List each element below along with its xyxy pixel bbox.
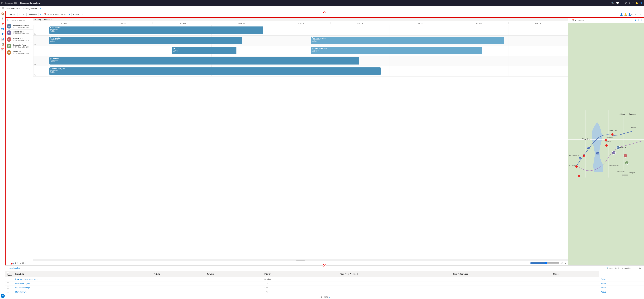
zoom-in-button[interactable]: ⊕ — [634, 19, 636, 22]
select-all-checkbox[interactable] — [7, 272, 9, 274]
settings-icon[interactable]: ⚙ — [628, 2, 630, 4]
next-week-button[interactable]: › — [68, 13, 70, 16]
row-checkbox-cell[interactable] — [5, 277, 14, 282]
resource-item[interactable]: AC Ashley Chinn 7h 28m booked ⊙ 17% — [6, 36, 33, 43]
requirement-name[interactable]: Install HVAC sytem — [14, 282, 152, 286]
sidebar-person-icon[interactable]: 👤 — [1, 32, 4, 36]
resource-prev-button[interactable]: ‹ — [13, 262, 14, 264]
gantt-button[interactable]: ▦ Gantt ▾ — [28, 12, 38, 16]
requirement-name[interactable]: Move furniture — [14, 290, 152, 294]
zoom-slider[interactable] — [530, 262, 559, 264]
hamburger-icon[interactable]: ☰ — [2, 7, 4, 10]
more-icon[interactable]: ··· — [640, 13, 642, 16]
row-checkbox-cell[interactable] — [5, 286, 14, 290]
refresh-icon[interactable]: ↻ — [634, 13, 636, 16]
gantt-event[interactable]: Install HVAC sytem Requirement 7h 16m — [50, 68, 381, 75]
resource-info: Allison Dickson 7h 30m booked ⊙ 17% — [12, 31, 32, 35]
row-checkbox[interactable] — [7, 286, 9, 288]
person-add-icon[interactable]: 👤+ — [628, 13, 632, 16]
row-checkbox-cell[interactable] — [5, 290, 14, 294]
resource-item[interactable]: BF Bernadette Foley 6h 49m booked ⊙ 15% — [6, 43, 33, 49]
map-layers-button[interactable]: ⊙ — [641, 19, 642, 22]
svg-point-21 — [606, 144, 608, 146]
row-checkbox-cell[interactable] — [5, 282, 14, 286]
row-checkbox[interactable] — [7, 282, 9, 284]
time-to-promised — [552, 290, 599, 294]
expand-panel-button[interactable]: ⌄ — [564, 262, 566, 264]
gantt-event[interactable]: Express Requirem 3h 01m — [172, 47, 236, 54]
requirement-name[interactable]: Regrease bearings — [14, 286, 152, 290]
gantt-event[interactable]: Fix antenna Requirement 6h 49m — [50, 57, 359, 64]
map-content[interactable]: Kirkland Redmond Marymoor Union Bay Yarr… — [568, 23, 644, 265]
table-column-header: Name — [5, 271, 14, 277]
date-range-display[interactable]: 📅 10/19/2023 - 10/25/2023 — [43, 13, 67, 16]
event-title: Express — [173, 48, 236, 49]
add-view-button[interactable]: ＋ — [39, 7, 42, 10]
event-time: 4h 27m — [312, 51, 482, 52]
bottom-prev-button[interactable]: ‹ — [319, 296, 320, 298]
resource-item[interactable]: AM Abraham McCormick 4h 22m booked ⊙ 10% — [6, 23, 33, 30]
bottom-search-area: 🔍 ↻ — [605, 267, 642, 270]
map-next-button[interactable]: › — [586, 19, 587, 22]
resource-icon[interactable]: 👤 — [620, 13, 623, 16]
sidebar-pin-icon[interactable]: 📌 — [1, 22, 4, 25]
filters-button[interactable]: ▽ Filters — [7, 12, 16, 16]
resource-list: AM Abraham McCormick 4h 22m booked ⊙ 10%… — [6, 23, 33, 261]
unscheduled-tab[interactable]: Unscheduled — [7, 266, 22, 270]
app-grid-icon[interactable]: ⊞ — [1, 2, 3, 4]
requirement-name[interactable]: Express delivery spare parts — [14, 277, 152, 282]
bottom-next-button[interactable]: › — [329, 296, 330, 298]
hourly-button[interactable]: Hourly ▾ — [18, 12, 27, 16]
user-icon[interactable]: 👤 — [640, 2, 643, 4]
sidebar-clock-icon[interactable]: ⏱ — [2, 18, 4, 20]
sidebar-calendar-icon[interactable]: 📅 — [1, 48, 4, 51]
chat-icon[interactable]: 💬 — [616, 2, 619, 4]
row-checkbox[interactable] — [7, 291, 9, 293]
from-date — [152, 282, 205, 286]
gantt-event[interactable]: Move furniture Requirement 4h 22m — [50, 26, 263, 34]
row-checkbox[interactable] — [7, 278, 9, 280]
sidebar-home-icon[interactable]: 🏠 — [1, 12, 4, 15]
resource-avatar: BF — [7, 44, 12, 48]
sidebar-list-icon[interactable]: 📋 — [1, 43, 4, 46]
filter-icon[interactable]: ▽ — [625, 2, 626, 4]
status-badge: Active — [599, 282, 644, 286]
map-prev-button[interactable]: ‹ — [569, 19, 570, 22]
svg-text:BF: BF — [626, 162, 628, 164]
status-badge: Active — [599, 277, 644, 282]
sidebar-people-icon[interactable]: 👥 — [1, 28, 4, 30]
book-button[interactable]: ▦ Book — [72, 12, 80, 16]
view-tab-initial[interactable]: Initial public view — [6, 7, 20, 10]
help-icon[interactable]: ? — [632, 2, 634, 4]
gantt-scroll-bar[interactable] — [33, 259, 568, 261]
duration: 30 mins — [263, 277, 338, 282]
refresh-icon[interactable]: ↻ — [639, 267, 641, 270]
requirement-search-input[interactable] — [609, 267, 638, 269]
chevron-down-icon: ▾ — [36, 13, 37, 15]
view-bar: ☰ Initial public view | Washington state… — [0, 6, 644, 11]
expand-icon[interactable]: ⛶ — [637, 13, 639, 16]
bell-icon[interactable]: 🔔 — [624, 13, 627, 16]
view-tab-washington[interactable]: Washington state — [23, 7, 37, 10]
add-icon[interactable]: ＋ — [621, 2, 623, 4]
resource-next-button[interactable]: › — [25, 262, 26, 264]
duration: 4 hrs — [263, 290, 338, 294]
search-icon[interactable]: 🔍 — [612, 2, 614, 4]
gantt-event[interactable]: Regrease bearings Requirement 3h 15m — [311, 37, 504, 44]
resource-name: Allison Dickson — [12, 31, 32, 33]
resource-item[interactable]: BK Bob Kozak 7h 16m booked ⊙ 16% — [6, 49, 33, 56]
resource-item[interactable]: AD Allison Dickson 7h 30m booked ⊙ 17% — [6, 30, 33, 36]
svg-text:Yarrow Point: Yarrow Point — [608, 130, 617, 131]
gantt-event[interactable]: Move furniture Requirement 4h 15m — [50, 37, 242, 44]
gantt-event[interactable]: Replace refrigerator Requirement 4h 27m — [311, 47, 482, 54]
prev-week-button[interactable]: ‹ — [40, 13, 42, 16]
resource-search-input[interactable] — [10, 19, 34, 22]
gantt-time-label: 19m — [34, 64, 36, 66]
map-area: ‹ 📅 10/23/2023 › ⊕ ⊖ ⊙ — [568, 18, 644, 265]
sidebar-chart-icon[interactable]: 📊 — [1, 38, 4, 40]
gantt-rows: 22m Move furniture Requirement 4h 22m 19… — [33, 25, 568, 259]
zoom-out-button[interactable]: ⊖ — [638, 19, 640, 22]
notifications-icon[interactable]: 🔔 — [635, 2, 638, 4]
table-column-header: To Date — [152, 271, 205, 277]
user-avatar[interactable]: RS — [0, 294, 5, 298]
